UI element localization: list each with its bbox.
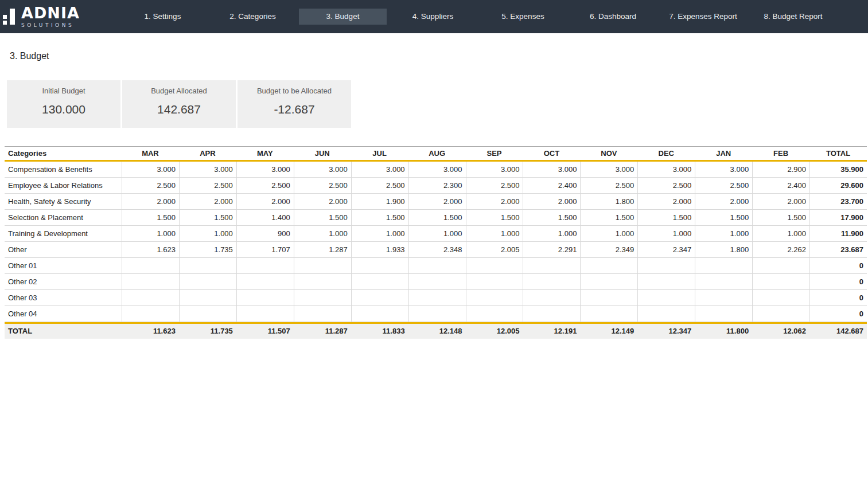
budget-value-cell[interactable] <box>523 290 580 305</box>
budget-value-cell[interactable] <box>580 290 637 305</box>
budget-value-cell[interactable]: 2.000 <box>294 194 351 209</box>
nav-tab-5-expenses[interactable]: 5. Expenses <box>478 0 568 33</box>
category-cell[interactable]: Other 02 <box>5 274 122 289</box>
category-cell[interactable]: Employee & Labor Relations <box>5 178 122 193</box>
budget-value-cell[interactable]: 3.000 <box>408 162 466 177</box>
budget-value-cell[interactable] <box>236 258 294 273</box>
budget-value-cell[interactable] <box>637 274 695 289</box>
budget-value-cell[interactable]: 1.500 <box>179 210 236 225</box>
budget-value-cell[interactable] <box>408 274 466 289</box>
budget-value-cell[interactable]: 1.707 <box>236 242 294 257</box>
budget-value-cell[interactable] <box>351 306 408 322</box>
budget-value-cell[interactable]: 2.000 <box>523 194 580 209</box>
category-cell[interactable]: Health, Safety & Security <box>5 194 122 209</box>
budget-value-cell[interactable]: 1.000 <box>523 226 580 241</box>
budget-value-cell[interactable]: 1.933 <box>351 242 408 257</box>
budget-value-cell[interactable] <box>637 258 695 273</box>
budget-value-cell[interactable]: 3.000 <box>179 162 236 177</box>
budget-value-cell[interactable] <box>294 306 351 322</box>
budget-value-cell[interactable]: 1.500 <box>695 210 752 225</box>
budget-value-cell[interactable]: 3.000 <box>580 162 637 177</box>
budget-value-cell[interactable]: 1.000 <box>637 226 695 241</box>
budget-value-cell[interactable]: 3.000 <box>351 162 408 177</box>
budget-value-cell[interactable]: 2.500 <box>122 178 179 193</box>
nav-tab-1-settings[interactable]: 1. Settings <box>118 0 208 33</box>
budget-value-cell[interactable]: 1.000 <box>294 226 351 241</box>
budget-value-cell[interactable] <box>179 258 236 273</box>
budget-value-cell[interactable]: 2.300 <box>408 178 466 193</box>
budget-value-cell[interactable] <box>294 290 351 305</box>
budget-value-cell[interactable] <box>695 258 752 273</box>
budget-value-cell[interactable] <box>695 306 752 322</box>
nav-tab-2-categories[interactable]: 2. Categories <box>208 0 298 33</box>
budget-value-cell[interactable]: 2.500 <box>466 178 523 193</box>
budget-value-cell[interactable]: 2.500 <box>179 178 236 193</box>
budget-value-cell[interactable] <box>122 290 179 305</box>
budget-value-cell[interactable]: 3.000 <box>122 162 179 177</box>
budget-value-cell[interactable]: 1.000 <box>695 226 752 241</box>
budget-value-cell[interactable] <box>466 290 523 305</box>
budget-value-cell[interactable]: 1.000 <box>179 226 236 241</box>
budget-value-cell[interactable]: 1.500 <box>523 210 580 225</box>
budget-value-cell[interactable] <box>122 274 179 289</box>
budget-value-cell[interactable]: 2.000 <box>752 194 809 209</box>
category-cell[interactable]: Other 04 <box>5 306 122 322</box>
budget-value-cell[interactable]: 1.800 <box>580 194 637 209</box>
budget-value-cell[interactable] <box>408 290 466 305</box>
budget-value-cell[interactable] <box>637 306 695 322</box>
budget-value-cell[interactable]: 2.500 <box>236 178 294 193</box>
budget-value-cell[interactable]: 2.005 <box>466 242 523 257</box>
budget-value-cell[interactable] <box>752 274 809 289</box>
category-cell[interactable]: Selection & Placement <box>5 210 122 225</box>
budget-value-cell[interactable]: 2.000 <box>236 194 294 209</box>
budget-value-cell[interactable]: 1.500 <box>466 210 523 225</box>
budget-value-cell[interactable]: 3.000 <box>637 162 695 177</box>
budget-value-cell[interactable]: 2.000 <box>179 194 236 209</box>
budget-value-cell[interactable]: 1.800 <box>695 242 752 257</box>
nav-tab-8-budget-report[interactable]: 8. Budget Report <box>748 0 838 33</box>
budget-value-cell[interactable]: 3.000 <box>466 162 523 177</box>
budget-value-cell[interactable]: 1.900 <box>351 194 408 209</box>
budget-value-cell[interactable]: 2.000 <box>122 194 179 209</box>
budget-value-cell[interactable] <box>752 290 809 305</box>
budget-value-cell[interactable] <box>236 274 294 289</box>
budget-value-cell[interactable]: 2.400 <box>752 178 809 193</box>
category-cell[interactable]: Training & Development <box>5 226 122 241</box>
budget-value-cell[interactable] <box>580 274 637 289</box>
budget-value-cell[interactable]: 2.347 <box>637 242 695 257</box>
budget-value-cell[interactable]: 1.500 <box>294 210 351 225</box>
budget-value-cell[interactable]: 2.500 <box>637 178 695 193</box>
budget-value-cell[interactable]: 2.262 <box>752 242 809 257</box>
budget-value-cell[interactable]: 1.000 <box>580 226 637 241</box>
budget-value-cell[interactable] <box>236 290 294 305</box>
budget-value-cell[interactable] <box>294 274 351 289</box>
budget-value-cell[interactable] <box>179 274 236 289</box>
budget-value-cell[interactable] <box>580 306 637 322</box>
budget-value-cell[interactable]: 1.287 <box>294 242 351 257</box>
budget-value-cell[interactable] <box>752 306 809 322</box>
budget-value-cell[interactable]: 3.000 <box>523 162 580 177</box>
budget-value-cell[interactable]: 2.000 <box>695 194 752 209</box>
budget-value-cell[interactable] <box>523 306 580 322</box>
budget-value-cell[interactable]: 1.400 <box>236 210 294 225</box>
budget-value-cell[interactable] <box>466 258 523 273</box>
budget-value-cell[interactable] <box>294 258 351 273</box>
budget-value-cell[interactable]: 1.000 <box>122 226 179 241</box>
category-cell[interactable]: Other 03 <box>5 290 122 305</box>
budget-value-cell[interactable]: 3.000 <box>695 162 752 177</box>
budget-value-cell[interactable]: 1.500 <box>752 210 809 225</box>
nav-tab-7-expenses-report[interactable]: 7. Expenses Report <box>658 0 748 33</box>
budget-value-cell[interactable] <box>351 274 408 289</box>
budget-value-cell[interactable]: 2.348 <box>408 242 466 257</box>
budget-value-cell[interactable]: 2.500 <box>580 178 637 193</box>
budget-value-cell[interactable]: 1.623 <box>122 242 179 257</box>
nav-tab-4-suppliers[interactable]: 4. Suppliers <box>388 0 478 33</box>
budget-value-cell[interactable]: 2.500 <box>695 178 752 193</box>
budget-value-cell[interactable] <box>179 306 236 322</box>
budget-value-cell[interactable] <box>122 258 179 273</box>
budget-value-cell[interactable]: 2.000 <box>466 194 523 209</box>
budget-value-cell[interactable]: 1.000 <box>466 226 523 241</box>
budget-value-cell[interactable] <box>466 306 523 322</box>
budget-value-cell[interactable]: 1.000 <box>351 226 408 241</box>
budget-value-cell[interactable]: 1.735 <box>179 242 236 257</box>
